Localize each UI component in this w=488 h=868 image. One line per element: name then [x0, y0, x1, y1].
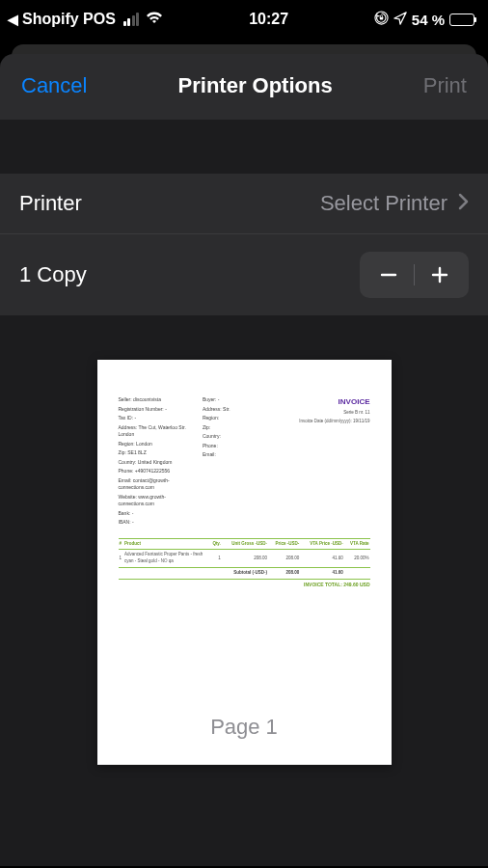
- printer-row[interactable]: Printer Select Printer: [0, 174, 488, 233]
- svg-rect-1: [380, 17, 383, 20]
- invoice-meta: INVOICE Serie B nr. 11 Invoice Date (dd/…: [286, 396, 369, 529]
- status-time: 10:27: [249, 11, 288, 28]
- copies-stepper: [360, 252, 469, 298]
- page-number-label: Page 1: [97, 715, 392, 740]
- back-chevron-icon[interactable]: ◀: [8, 12, 18, 27]
- seller-block: Seller: discountvista Registration Numbe…: [119, 396, 202, 529]
- invoice-total: INVOICE TOTAL: 249.60 USD: [119, 582, 370, 589]
- section-spacer: [0, 120, 488, 174]
- sheet-title: Printer Options: [178, 73, 333, 98]
- invoice-document: Seller: discountvista Registration Numbe…: [97, 360, 392, 588]
- status-bar: ◀ Shopify POS 10:27 54 %: [0, 0, 488, 39]
- status-right: 54 %: [374, 11, 474, 28]
- back-app-label[interactable]: Shopify POS: [22, 11, 116, 28]
- battery-icon: [449, 14, 474, 26]
- cancel-button[interactable]: Cancel: [21, 73, 87, 98]
- printer-value: Select Printer: [320, 191, 447, 216]
- copies-row: 1 Copy: [0, 233, 488, 315]
- invoice-table: # Product Qty. Unit Gross -USD- Price -U…: [119, 538, 370, 580]
- print-button[interactable]: Print: [423, 73, 467, 98]
- printer-row-value-group: Select Printer: [320, 191, 469, 216]
- wifi-icon: [146, 11, 163, 28]
- page-preview[interactable]: Seller: discountvista Registration Numbe…: [97, 360, 392, 765]
- decrement-button[interactable]: [364, 256, 414, 294]
- chevron-right-icon: [457, 191, 469, 216]
- battery-percent: 54 %: [412, 12, 445, 28]
- cellular-signal-icon: [123, 13, 140, 26]
- copies-label: 1 Copy: [19, 262, 87, 287]
- status-left: ◀ Shopify POS: [8, 11, 163, 28]
- orientation-lock-icon: [374, 11, 389, 28]
- sheet-header: Cancel Printer Options Print: [0, 54, 488, 120]
- buyer-block: Buyer: - Address: Str. Region: Zip: Coun…: [203, 396, 285, 529]
- printer-row-label: Printer: [19, 191, 82, 216]
- preview-area: Seller: discountvista Registration Numbe…: [0, 315, 488, 765]
- location-icon: [393, 12, 407, 28]
- increment-button[interactable]: [415, 256, 465, 294]
- print-sheet: Cancel Printer Options Print Printer Sel…: [0, 54, 488, 866]
